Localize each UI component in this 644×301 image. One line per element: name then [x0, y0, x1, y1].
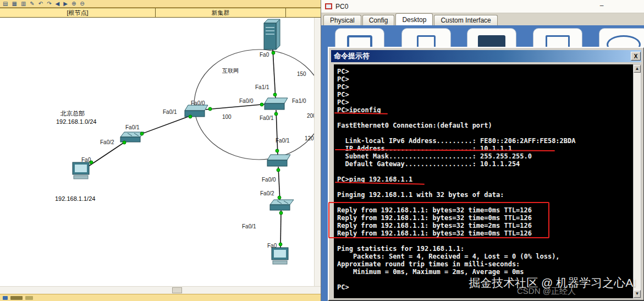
topology-label: Fa0/1 [260, 115, 274, 121]
topology-canvas[interactable]: Fa0互联网150Fa1/1Fa0/0Fa1/0Fa0/0Fa0/1北京总部19… [0, 18, 314, 286]
canvas-vertical-scrollbar[interactable] [314, 18, 321, 286]
terminal-line: Packets: Sent = 4, Received = 4, Lost = … [337, 253, 632, 260]
topology-label: Fa1/0 [292, 98, 306, 104]
window-title: PC0 [335, 3, 348, 10]
terminal-line: Subnet Mask.....................: 255.25… [337, 152, 632, 160]
command-prompt-titlebar[interactable]: 命令提示符 X [331, 50, 641, 62]
terminal-line: Pinging 192.168.1.1 with 32 bytes of dat… [337, 191, 632, 199]
topology-label: Fa0 [267, 243, 277, 249]
topology-label: 北京总部 [60, 110, 85, 118]
desktop-area: 命令提示符 X PC>PC>PC>PC>PC>PC>ipconfigFastEt… [321, 25, 644, 301]
toolbar-icon[interactable]: ▶ [63, 1, 68, 7]
topology-label: 互联网 [222, 67, 239, 75]
pc-window-icon [325, 3, 332, 9]
toolbar-icon[interactable]: ▥ [21, 1, 26, 7]
terminal-line [337, 114, 632, 122]
topology-label: Fa0 [81, 157, 91, 163]
toolbar-icon[interactable]: ⊖ [80, 1, 84, 7]
terminal-line: IP Address......................: 10.1.1… [337, 145, 632, 152]
pc0-titlebar[interactable]: PC0 – [321, 0, 644, 13]
topology-label: 120 [305, 135, 314, 141]
terminal-line: Approximate round trip times in milli-se… [337, 260, 632, 268]
cluster-tab-spacer [286, 8, 321, 17]
command-prompt-title: 命令提示符 [334, 51, 370, 61]
terminal-line [337, 183, 632, 191]
topology-label: 192.168.1.0/24 [56, 118, 96, 125]
toolbar-icon[interactable]: ▦ [12, 1, 16, 7]
status-icon [10, 296, 23, 300]
main-toolbar: ▤▦▥✎↶↷◀▶⊕⊖ [0, 0, 321, 8]
annotation-box-replies [328, 202, 549, 238]
toolbar-icon[interactable]: ◀ [56, 1, 60, 7]
toolbar-icon[interactable]: ↶ [38, 1, 43, 7]
tab-desktop[interactable]: Desktop [395, 13, 433, 25]
status-icon [25, 296, 33, 300]
terminal-line: Ping statistics for 192.168.1.1: [337, 245, 632, 253]
topology-label: Fa0/0 [262, 177, 276, 183]
terminal-line: PC> [337, 98, 632, 106]
scrollbar-thumb[interactable] [172, 287, 182, 293]
terminal-line: PC> [337, 75, 632, 83]
topology-label: 192.168.1.1/24 [55, 195, 95, 202]
terminal-line: FastEthernet0 Connection:(default port) [337, 122, 632, 129]
tab-new-cluster[interactable]: 新集群 [156, 8, 286, 17]
terminal-line: Minimum = 0ms, Maximum = 2ms, Average = … [337, 268, 632, 276]
tab-physical[interactable]: Physical [323, 15, 361, 25]
topology-label: Fa0/1 [125, 124, 140, 130]
tab-config[interactable]: Config [362, 15, 395, 25]
minimize-button[interactable]: – [596, 2, 608, 11]
terminal-line: PC> [337, 83, 632, 91]
watermark-line2: CSDN @正经人 [517, 286, 576, 297]
topology-label: Fa0/1 [276, 138, 290, 144]
packet-tracer-panel: ▤▦▥✎↶↷◀▶⊕⊖ [根节点] 新集群 [0, 0, 321, 301]
scroll-down-button[interactable]: ▼ [634, 290, 641, 298]
topology-label: Fa0/0 [239, 98, 254, 104]
topology-label: Fa0/0 [191, 100, 205, 106]
topology-label: 150 [297, 71, 306, 77]
terminal-line: PC>ping 192.168.1.1 [337, 176, 632, 183]
topology-label: Fa0/1 [242, 223, 256, 229]
close-button[interactable]: X [631, 52, 641, 61]
tab-custom-interface[interactable]: Custom Interface [434, 15, 497, 25]
scroll-up-button[interactable]: ▲ [634, 65, 641, 73]
topology-label: Fa0/1 [163, 109, 177, 115]
topology-label: Fa0 [260, 52, 269, 58]
topology-label: 100 [222, 114, 232, 120]
toolbar-icon[interactable]: ▤ [3, 1, 8, 7]
screen: ▤▦▥✎↶↷◀▶⊕⊖ [根节点] 新集群 [0, 0, 644, 301]
terminal-line: Default Gateway.................: 10.1.1… [337, 160, 632, 168]
toolbar-icon[interactable]: ↷ [47, 1, 51, 7]
terminal-line: PC> [337, 68, 632, 75]
pc0-tab-bar: Physical Config Desktop Custom Interface [321, 13, 644, 25]
toolbar-icon[interactable]: ⊕ [71, 1, 76, 7]
status-icon [3, 296, 8, 300]
topology-labels: Fa0互联网150Fa1/1Fa0/0Fa1/0Fa0/0Fa0/1北京总部19… [0, 18, 314, 286]
terminal-output[interactable]: PC>PC>PC>PC>PC>PC>ipconfigFastEthernet0 … [334, 64, 633, 298]
topology-label: Fa1/1 [255, 84, 269, 90]
canvas-horizontal-scrollbar[interactable] [0, 286, 321, 294]
topology-label: Fa0/2 [100, 139, 114, 145]
cluster-tab-bar: [根节点] 新集群 [0, 8, 321, 18]
terminal-line [337, 168, 632, 176]
topology-label: Fa0/2 [260, 190, 274, 196]
toolbar-icon[interactable]: ✎ [30, 1, 34, 7]
terminal-scrollbar[interactable]: ▲ ▼ [633, 64, 641, 298]
terminal-line [337, 129, 632, 137]
terminal-line: PC> [337, 91, 632, 98]
terminal-line: Link-local IPv6 Address.........: FE80::… [337, 137, 632, 145]
status-bar [0, 294, 321, 301]
command-prompt-window: 命令提示符 X PC>PC>PC>PC>PC>PC>ipconfigFastEt… [328, 47, 644, 301]
terminal-line [337, 237, 632, 245]
tab-root-node[interactable]: [根节点] [0, 8, 156, 17]
